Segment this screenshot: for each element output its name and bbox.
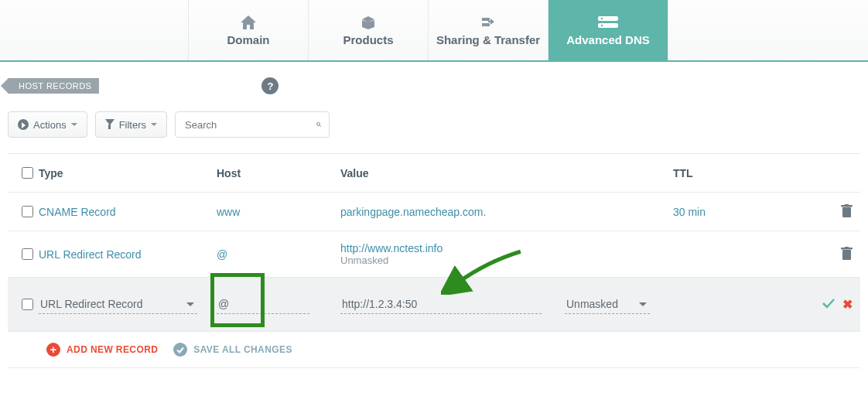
tab-domain[interactable]: Domain xyxy=(189,0,309,60)
filters-label: Filters xyxy=(119,119,146,131)
record-type-select[interactable]: URL Redirect Record xyxy=(39,295,197,314)
tab-advanced-dns[interactable]: Advanced DNS xyxy=(548,0,668,60)
add-new-record-button[interactable]: + ADD NEW RECORD xyxy=(46,343,158,357)
svg-line-5 xyxy=(320,125,321,127)
main-tabs: Domain Products Sharing & Transfer Advan… xyxy=(0,0,868,62)
record-host[interactable]: @ xyxy=(217,248,340,261)
server-icon xyxy=(598,15,618,30)
actions-label: Actions xyxy=(33,119,67,131)
tab-label: Domain xyxy=(227,33,269,46)
svg-rect-6 xyxy=(842,207,851,217)
svg-point-3 xyxy=(601,24,603,26)
trash-icon[interactable] xyxy=(841,247,853,262)
box-icon xyxy=(361,15,376,30)
records-table: Type Host Value TTL CNAME Record www par… xyxy=(8,153,860,368)
tab-label: Sharing & Transfer xyxy=(436,33,540,46)
record-type[interactable]: CNAME Record xyxy=(39,206,217,218)
record-value-input[interactable] xyxy=(340,295,542,314)
save-all-changes-button[interactable]: SAVE ALL CHANGES xyxy=(173,343,292,357)
svg-rect-9 xyxy=(842,250,851,260)
cancel-icon[interactable]: ✖ xyxy=(842,297,853,312)
search-input[interactable] xyxy=(183,118,316,131)
table-header: Type Host Value TTL xyxy=(8,154,860,193)
tab-sharing-transfer[interactable]: Sharing & Transfer xyxy=(429,0,548,60)
check-icon xyxy=(173,343,187,357)
section-tag-host-records: HOST RECORDS xyxy=(8,78,99,94)
select-all-checkbox[interactable] xyxy=(22,167,33,179)
search-box[interactable] xyxy=(175,111,330,138)
add-label: ADD NEW RECORD xyxy=(67,344,158,355)
record-mask: Unmasked xyxy=(340,254,673,266)
table-row: URL Redirect Record @ http://www.nctest.… xyxy=(8,231,860,278)
svg-rect-11 xyxy=(845,247,849,248)
tabs-filler xyxy=(668,0,868,60)
table-row-edit: URL Redirect Record Unmasked xyxy=(8,278,860,332)
col-ttl: TTL xyxy=(673,167,789,179)
home-icon xyxy=(241,15,256,30)
record-value[interactable]: http://www.nctest.info xyxy=(340,242,673,254)
record-mask-select[interactable]: Unmasked xyxy=(565,295,650,314)
record-type[interactable]: URL Redirect Record xyxy=(39,248,217,261)
svg-rect-8 xyxy=(845,204,849,206)
record-value[interactable]: parkingpage.namecheap.com. xyxy=(340,206,673,218)
caret-down-icon xyxy=(151,123,157,129)
svg-point-4 xyxy=(317,123,320,126)
record-host[interactable]: www xyxy=(217,206,340,218)
play-icon xyxy=(18,119,29,130)
actions-button[interactable]: Actions xyxy=(8,111,87,138)
table-footer: + ADD NEW RECORD SAVE ALL CHANGES xyxy=(8,332,860,368)
caret-down-icon xyxy=(71,123,77,129)
funnel-icon xyxy=(105,119,114,130)
row-checkbox[interactable] xyxy=(22,206,33,217)
row-checkbox[interactable] xyxy=(22,299,33,310)
share-icon xyxy=(480,15,497,30)
col-value: Value xyxy=(340,167,673,179)
filters-button[interactable]: Filters xyxy=(95,111,167,138)
confirm-icon[interactable] xyxy=(822,298,835,311)
plus-icon: + xyxy=(46,343,60,357)
tab-products[interactable]: Products xyxy=(309,0,429,60)
record-host-input[interactable] xyxy=(217,295,309,314)
tab-label: Advanced DNS xyxy=(566,33,650,46)
search-icon[interactable] xyxy=(316,119,321,130)
col-host: Host xyxy=(217,167,340,179)
row-checkbox[interactable] xyxy=(22,248,33,260)
tabs-spacer xyxy=(0,0,189,60)
trash-icon[interactable] xyxy=(841,204,853,220)
table-row: CNAME Record www parkingpage.namecheap.c… xyxy=(8,193,860,231)
tab-label: Products xyxy=(343,33,393,46)
col-type: Type xyxy=(39,167,217,179)
help-icon[interactable]: ? xyxy=(261,77,279,94)
save-label: SAVE ALL CHANGES xyxy=(193,344,292,355)
svg-point-2 xyxy=(601,17,603,19)
record-ttl[interactable]: 30 min xyxy=(673,206,789,218)
